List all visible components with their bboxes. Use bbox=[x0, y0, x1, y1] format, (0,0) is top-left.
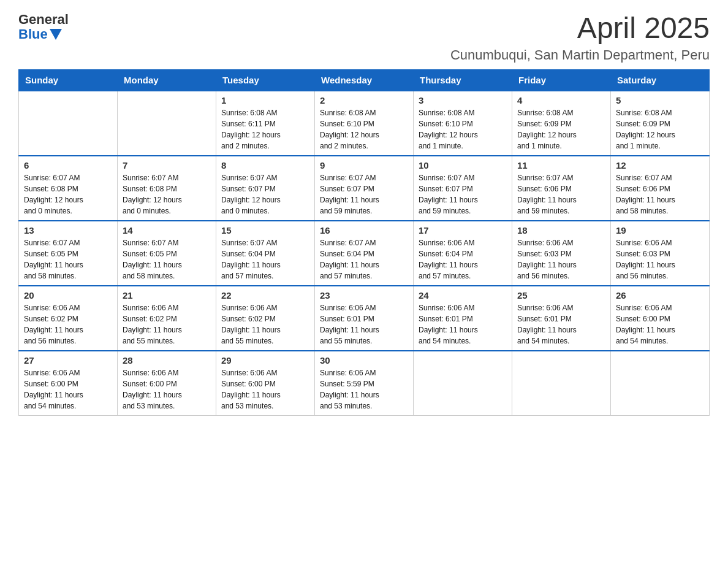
logo: General Blue bbox=[18, 12, 69, 42]
day-info: Sunrise: 6:06 AM Sunset: 5:59 PM Dayligh… bbox=[320, 367, 408, 412]
day-info: Sunrise: 6:07 AM Sunset: 6:07 PM Dayligh… bbox=[419, 172, 507, 216]
calendar-cell: 11Sunrise: 6:07 AM Sunset: 6:06 PM Dayli… bbox=[512, 156, 611, 221]
day-number: 30 bbox=[320, 355, 408, 366]
calendar-week-row: 6Sunrise: 6:07 AM Sunset: 6:08 PM Daylig… bbox=[19, 156, 710, 221]
calendar-cell: 26Sunrise: 6:06 AM Sunset: 6:00 PM Dayli… bbox=[611, 286, 710, 351]
day-number: 7 bbox=[123, 160, 211, 170]
calendar-header-row: SundayMondayTuesdayWednesdayThursdayFrid… bbox=[19, 69, 710, 91]
day-info: Sunrise: 6:06 AM Sunset: 6:00 PM Dayligh… bbox=[123, 367, 211, 412]
day-info: Sunrise: 6:07 AM Sunset: 6:05 PM Dayligh… bbox=[123, 237, 211, 282]
calendar-cell: 18Sunrise: 6:06 AM Sunset: 6:03 PM Dayli… bbox=[512, 221, 611, 286]
day-number: 4 bbox=[517, 95, 605, 105]
calendar-cell: 24Sunrise: 6:06 AM Sunset: 6:01 PM Dayli… bbox=[414, 286, 512, 351]
calendar-cell bbox=[414, 351, 512, 416]
day-info: Sunrise: 6:08 AM Sunset: 6:09 PM Dayligh… bbox=[517, 107, 605, 151]
day-number: 3 bbox=[419, 95, 507, 105]
day-number: 24 bbox=[419, 290, 507, 301]
calendar-cell: 22Sunrise: 6:06 AM Sunset: 6:02 PM Dayli… bbox=[216, 286, 315, 351]
calendar-cell: 19Sunrise: 6:06 AM Sunset: 6:03 PM Dayli… bbox=[611, 221, 710, 286]
day-number: 5 bbox=[616, 95, 704, 105]
day-number: 25 bbox=[517, 290, 605, 301]
calendar-cell: 16Sunrise: 6:07 AM Sunset: 6:04 PM Dayli… bbox=[315, 221, 414, 286]
calendar-cell: 25Sunrise: 6:06 AM Sunset: 6:01 PM Dayli… bbox=[512, 286, 611, 351]
day-number: 6 bbox=[24, 160, 112, 170]
day-of-week-header: Wednesday bbox=[315, 69, 414, 91]
day-of-week-header: Sunday bbox=[19, 69, 118, 91]
day-info: Sunrise: 6:07 AM Sunset: 6:06 PM Dayligh… bbox=[616, 172, 704, 216]
day-number: 2 bbox=[320, 95, 408, 105]
calendar-cell: 9Sunrise: 6:07 AM Sunset: 6:07 PM Daylig… bbox=[315, 156, 414, 221]
day-number: 10 bbox=[419, 160, 507, 170]
calendar-cell: 5Sunrise: 6:08 AM Sunset: 6:09 PM Daylig… bbox=[611, 91, 710, 156]
day-info: Sunrise: 6:06 AM Sunset: 6:03 PM Dayligh… bbox=[616, 237, 704, 282]
day-info: Sunrise: 6:06 AM Sunset: 6:01 PM Dayligh… bbox=[419, 302, 507, 347]
day-number: 26 bbox=[616, 290, 704, 301]
calendar-cell: 6Sunrise: 6:07 AM Sunset: 6:08 PM Daylig… bbox=[19, 156, 118, 221]
day-number: 8 bbox=[221, 160, 309, 170]
calendar-cell: 2Sunrise: 6:08 AM Sunset: 6:10 PM Daylig… bbox=[315, 91, 414, 156]
day-number: 12 bbox=[616, 160, 704, 170]
day-number: 29 bbox=[221, 355, 309, 366]
day-number: 23 bbox=[320, 290, 408, 301]
day-number: 14 bbox=[123, 225, 211, 236]
day-number: 22 bbox=[221, 290, 309, 301]
day-info: Sunrise: 6:08 AM Sunset: 6:11 PM Dayligh… bbox=[221, 107, 309, 151]
day-number: 20 bbox=[24, 290, 112, 301]
svg-marker-0 bbox=[50, 29, 62, 40]
calendar-cell: 23Sunrise: 6:06 AM Sunset: 6:01 PM Dayli… bbox=[315, 286, 414, 351]
calendar-cell bbox=[118, 91, 216, 156]
day-info: Sunrise: 6:07 AM Sunset: 6:08 PM Dayligh… bbox=[24, 172, 112, 216]
calendar-cell: 28Sunrise: 6:06 AM Sunset: 6:00 PM Dayli… bbox=[118, 351, 216, 416]
calendar-table: SundayMondayTuesdayWednesdayThursdayFrid… bbox=[18, 69, 710, 416]
day-info: Sunrise: 6:07 AM Sunset: 6:04 PM Dayligh… bbox=[221, 237, 309, 282]
day-of-week-header: Friday bbox=[512, 69, 611, 91]
day-info: Sunrise: 6:07 AM Sunset: 6:07 PM Dayligh… bbox=[221, 172, 309, 216]
calendar-cell bbox=[19, 91, 118, 156]
day-number: 27 bbox=[24, 355, 112, 366]
day-info: Sunrise: 6:08 AM Sunset: 6:09 PM Dayligh… bbox=[616, 107, 704, 151]
day-info: Sunrise: 6:06 AM Sunset: 6:02 PM Dayligh… bbox=[24, 302, 112, 347]
day-info: Sunrise: 6:06 AM Sunset: 6:01 PM Dayligh… bbox=[320, 302, 408, 347]
day-number: 19 bbox=[616, 225, 704, 236]
calendar-week-row: 20Sunrise: 6:06 AM Sunset: 6:02 PM Dayli… bbox=[19, 286, 710, 351]
day-info: Sunrise: 6:08 AM Sunset: 6:10 PM Dayligh… bbox=[419, 107, 507, 151]
calendar-cell: 13Sunrise: 6:07 AM Sunset: 6:05 PM Dayli… bbox=[19, 221, 118, 286]
day-info: Sunrise: 6:06 AM Sunset: 6:02 PM Dayligh… bbox=[123, 302, 211, 347]
calendar-week-row: 13Sunrise: 6:07 AM Sunset: 6:05 PM Dayli… bbox=[19, 221, 710, 286]
page-title: April 2025 bbox=[450, 12, 710, 45]
day-of-week-header: Thursday bbox=[414, 69, 512, 91]
calendar-cell: 12Sunrise: 6:07 AM Sunset: 6:06 PM Dayli… bbox=[611, 156, 710, 221]
calendar-week-row: 27Sunrise: 6:06 AM Sunset: 6:00 PM Dayli… bbox=[19, 351, 710, 416]
day-info: Sunrise: 6:07 AM Sunset: 6:08 PM Dayligh… bbox=[123, 172, 211, 216]
calendar-cell: 20Sunrise: 6:06 AM Sunset: 6:02 PM Dayli… bbox=[19, 286, 118, 351]
calendar-cell bbox=[611, 351, 710, 416]
logo-triangle-icon bbox=[50, 29, 62, 40]
day-number: 1 bbox=[221, 95, 309, 105]
calendar-cell: 27Sunrise: 6:06 AM Sunset: 6:00 PM Dayli… bbox=[19, 351, 118, 416]
day-of-week-header: Saturday bbox=[611, 69, 710, 91]
calendar-cell: 7Sunrise: 6:07 AM Sunset: 6:08 PM Daylig… bbox=[118, 156, 216, 221]
day-info: Sunrise: 6:07 AM Sunset: 6:06 PM Dayligh… bbox=[517, 172, 605, 216]
day-number: 15 bbox=[221, 225, 309, 236]
day-info: Sunrise: 6:06 AM Sunset: 6:01 PM Dayligh… bbox=[517, 302, 605, 347]
day-number: 9 bbox=[320, 160, 408, 170]
day-info: Sunrise: 6:06 AM Sunset: 6:00 PM Dayligh… bbox=[24, 367, 112, 412]
calendar-cell: 4Sunrise: 6:08 AM Sunset: 6:09 PM Daylig… bbox=[512, 91, 611, 156]
page-subtitle: Cunumbuqui, San Martin Department, Peru bbox=[450, 47, 710, 63]
calendar-cell: 14Sunrise: 6:07 AM Sunset: 6:05 PM Dayli… bbox=[118, 221, 216, 286]
day-info: Sunrise: 6:08 AM Sunset: 6:10 PM Dayligh… bbox=[320, 107, 408, 151]
day-info: Sunrise: 6:06 AM Sunset: 6:03 PM Dayligh… bbox=[517, 237, 605, 282]
day-of-week-header: Monday bbox=[118, 69, 216, 91]
day-of-week-header: Tuesday bbox=[216, 69, 315, 91]
day-number: 17 bbox=[419, 225, 507, 236]
day-number: 21 bbox=[123, 290, 211, 301]
day-info: Sunrise: 6:07 AM Sunset: 6:05 PM Dayligh… bbox=[24, 237, 112, 282]
day-info: Sunrise: 6:06 AM Sunset: 6:00 PM Dayligh… bbox=[616, 302, 704, 347]
day-info: Sunrise: 6:06 AM Sunset: 6:00 PM Dayligh… bbox=[221, 367, 309, 412]
logo-blue: Blue bbox=[18, 27, 48, 42]
calendar-cell bbox=[512, 351, 611, 416]
day-info: Sunrise: 6:07 AM Sunset: 6:04 PM Dayligh… bbox=[320, 237, 408, 282]
day-number: 28 bbox=[123, 355, 211, 366]
calendar-cell: 29Sunrise: 6:06 AM Sunset: 6:00 PM Dayli… bbox=[216, 351, 315, 416]
page-header: General Blue April 2025 Cunumbuqui, San … bbox=[18, 12, 710, 63]
